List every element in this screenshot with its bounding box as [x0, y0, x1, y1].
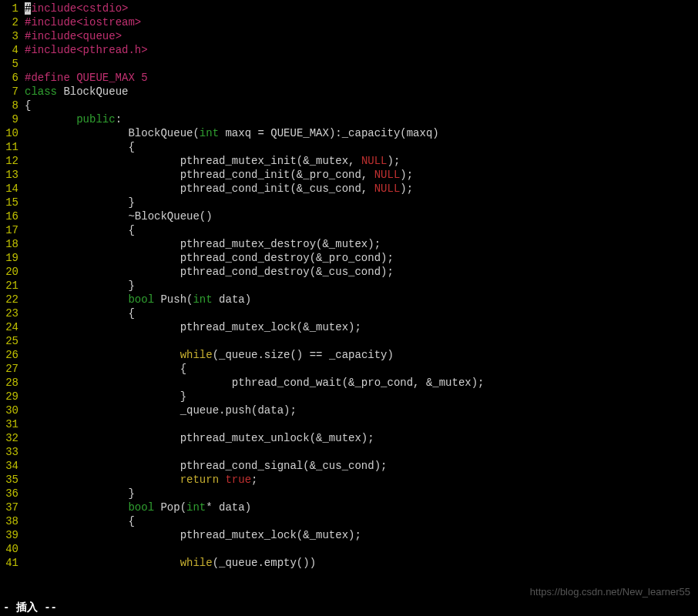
code-token: class: [25, 85, 57, 98]
line-number: 20: [0, 265, 25, 279]
code-line[interactable]: 29 }: [0, 390, 698, 403]
code-content[interactable]: {: [25, 514, 698, 528]
code-content[interactable]: }: [25, 279, 698, 293]
code-line[interactable]: 17 {: [0, 223, 698, 237]
code-token: pthread_mutex_destroy(&_mutex);: [25, 238, 381, 250]
code-line[interactable]: 14 pthread_cond_init(&_cus_cond, NULL);: [0, 182, 698, 196]
code-token: pthread_cond_init(&_pro_cond,: [25, 169, 374, 181]
code-line[interactable]: 7class BlockQueue: [0, 85, 698, 99]
code-line[interactable]: 37 bool Pop(int* data): [0, 500, 698, 514]
code-content[interactable]: {: [25, 223, 698, 237]
code-line[interactable]: 15 }: [0, 196, 698, 209]
code-content[interactable]: {: [25, 306, 698, 320]
code-line[interactable]: 6#define QUEUE_MAX 5: [0, 71, 698, 85]
code-line[interactable]: 30 _queue.push(data);: [0, 403, 698, 417]
code-line[interactable]: 1#include<cstdio>: [0, 2, 698, 15]
code-line[interactable]: 8{: [0, 99, 698, 112]
code-content[interactable]: pthread_cond_destroy(&_pro_cond);: [25, 251, 698, 265]
code-line[interactable]: 19 pthread_cond_destroy(&_pro_cond);: [0, 251, 698, 265]
code-line[interactable]: 41 while(_queue.empty()): [0, 556, 698, 570]
code-line[interactable]: 24 pthread_mutex_lock(&_mutex);: [0, 320, 698, 334]
code-line[interactable]: 12 pthread_mutex_init(&_mutex, NULL);: [0, 154, 698, 168]
code-content[interactable]: BlockQueue(int maxq = QUEUE_MAX):_capaci…: [25, 126, 698, 140]
code-line[interactable]: 10 BlockQueue(int maxq = QUEUE_MAX):_cap…: [0, 126, 698, 140]
code-content[interactable]: {: [25, 362, 698, 376]
code-token: true: [225, 474, 251, 486]
code-token: }: [25, 280, 135, 292]
code-content[interactable]: }: [25, 487, 698, 500]
code-line[interactable]: 38 {: [0, 514, 698, 528]
code-content[interactable]: pthread_mutex_init(&_mutex, NULL);: [25, 154, 698, 168]
code-line[interactable]: 3#include<queue>: [0, 29, 698, 43]
code-line[interactable]: 11 {: [0, 140, 698, 154]
code-line[interactable]: 23 {: [0, 306, 698, 320]
code-line[interactable]: 20 pthread_cond_destroy(&_cus_cond);: [0, 265, 698, 279]
code-content[interactable]: [25, 417, 698, 431]
code-token: return: [180, 474, 219, 486]
code-content[interactable]: [25, 445, 698, 459]
code-token: NULL: [374, 182, 401, 195]
code-line[interactable]: 22 bool Push(int data): [0, 293, 698, 306]
code-token: );: [400, 169, 413, 181]
code-line[interactable]: 9 public:: [0, 112, 698, 126]
code-line[interactable]: 40: [0, 542, 698, 556]
code-line[interactable]: 21 }: [0, 279, 698, 293]
code-content[interactable]: }: [25, 390, 698, 403]
code-content[interactable]: ~BlockQueue(): [25, 209, 698, 223]
code-content[interactable]: pthread_cond_destroy(&_cus_cond);: [25, 265, 698, 279]
code-content[interactable]: #include<queue>: [25, 29, 698, 43]
line-number: 41: [0, 556, 25, 570]
code-line[interactable]: 4#include<pthread.h>: [0, 43, 698, 57]
code-line[interactable]: 28 pthread_cond_wait(&_pro_cond, &_mutex…: [0, 376, 698, 390]
code-content[interactable]: pthread_cond_init(&_cus_cond, NULL);: [25, 182, 698, 196]
code-content[interactable]: while(_queue.empty()): [25, 556, 698, 570]
code-content[interactable]: [25, 57, 698, 71]
code-content[interactable]: pthread_mutex_unlock(&_mutex);: [25, 431, 698, 445]
code-content[interactable]: public:: [25, 112, 698, 126]
code-content[interactable]: pthread_mutex_lock(&_mutex);: [25, 320, 698, 334]
code-content[interactable]: bool Push(int data): [25, 293, 698, 306]
code-content[interactable]: #include<iostream>: [25, 15, 698, 29]
code-content[interactable]: bool Pop(int* data): [25, 500, 698, 514]
code-line[interactable]: 39 pthread_mutex_lock(&_mutex);: [0, 528, 698, 542]
code-line[interactable]: 25: [0, 334, 698, 348]
code-content[interactable]: pthread_cond_wait(&_pro_cond, &_mutex);: [25, 376, 698, 390]
code-token: int: [186, 501, 206, 514]
watermark-text: https://blog.csdn.net/New_learner55: [530, 585, 690, 599]
code-content[interactable]: #include<cstdio>: [25, 2, 698, 15]
code-line[interactable]: 33: [0, 445, 698, 459]
code-line[interactable]: 32 pthread_mutex_unlock(&_mutex);: [0, 431, 698, 445]
code-line[interactable]: 13 pthread_cond_init(&_pro_cond, NULL);: [0, 168, 698, 182]
line-number: 35: [0, 473, 25, 487]
code-content[interactable]: pthread_mutex_destroy(&_mutex);: [25, 237, 698, 251]
code-line[interactable]: 5: [0, 57, 698, 71]
code-content[interactable]: pthread_cond_signal(&_cus_cond);: [25, 459, 698, 473]
code-content[interactable]: pthread_mutex_lock(&_mutex);: [25, 528, 698, 542]
code-token: pthread_cond_signal(&_cus_cond);: [25, 460, 387, 472]
code-content[interactable]: }: [25, 196, 698, 209]
code-content[interactable]: pthread_cond_init(&_pro_cond, NULL);: [25, 168, 698, 182]
code-line[interactable]: 2#include<iostream>: [0, 15, 698, 29]
code-line[interactable]: 36 }: [0, 487, 698, 500]
code-editor[interactable]: 1#include<cstdio>2#include<iostream>3#in…: [0, 0, 698, 571]
code-content[interactable]: [25, 334, 698, 348]
code-content[interactable]: {: [25, 140, 698, 154]
code-content[interactable]: [25, 542, 698, 556]
code-content[interactable]: #define QUEUE_MAX 5: [25, 71, 698, 85]
code-content[interactable]: class BlockQueue: [25, 85, 698, 99]
code-line[interactable]: 18 pthread_mutex_destroy(&_mutex);: [0, 237, 698, 251]
code-line[interactable]: 31: [0, 417, 698, 431]
code-token: #include: [25, 16, 76, 28]
code-token: int: [200, 127, 219, 139]
code-content[interactable]: #include<pthread.h>: [25, 43, 698, 57]
code-content[interactable]: {: [25, 99, 698, 112]
code-line[interactable]: 34 pthread_cond_signal(&_cus_cond);: [0, 459, 698, 473]
code-line[interactable]: 35 return true;: [0, 473, 698, 487]
code-content[interactable]: while(_queue.size() == _capacity): [25, 348, 698, 362]
code-token: {: [25, 141, 135, 153]
code-content[interactable]: return true;: [25, 473, 698, 487]
code-content[interactable]: _queue.push(data);: [25, 403, 698, 417]
code-line[interactable]: 26 while(_queue.size() == _capacity): [0, 348, 698, 362]
code-line[interactable]: 16 ~BlockQueue(): [0, 209, 698, 223]
code-line[interactable]: 27 {: [0, 362, 698, 376]
